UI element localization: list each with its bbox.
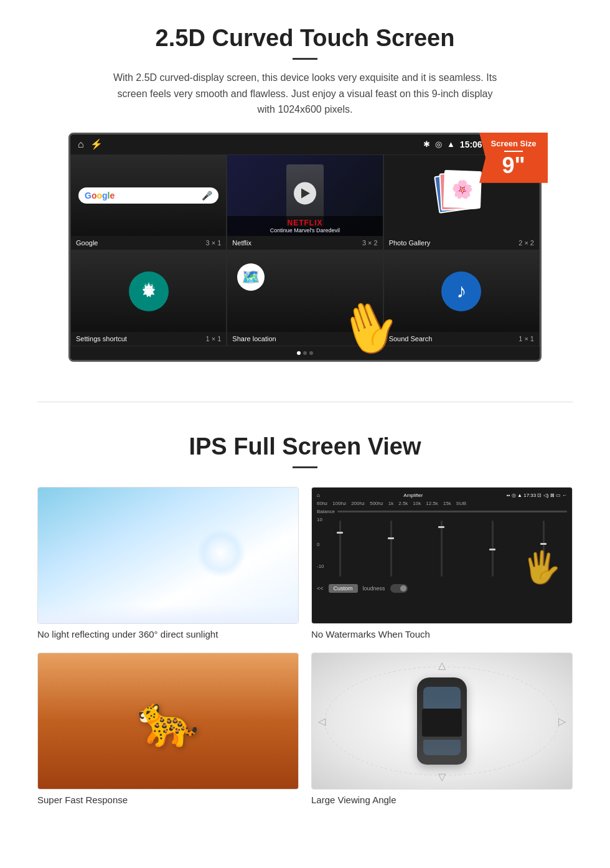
viewing-label: Large Viewing Angle — [311, 795, 396, 805]
settings-thumbnail — [71, 251, 226, 332]
section2-title: IPS Full Screen View — [37, 433, 573, 460]
share-location-app-cell[interactable]: 🗺️ ✋ Share location 1 × 1 — [227, 250, 383, 346]
ips-screen-section: IPS Full Screen View No light reflecting… — [0, 421, 610, 824]
cheetah-bg: 🐆 — [38, 653, 298, 789]
car-image: ◁ ▷ △ ▽ — [311, 653, 573, 790]
amp-slider-1 — [317, 521, 364, 577]
photo-label-bar: Photo Gallery 2 × 2 — [384, 236, 539, 250]
cheetah-image: 🐆 — [37, 653, 299, 790]
sunlight-label: No light reflecting under 360° direct su… — [37, 629, 218, 639]
flower-icon: 🌸 — [451, 179, 474, 200]
amp-time: ▪▪ ◎ ▲ 17:33 ⊡ ◁) ⊠ ▭ ← — [507, 493, 567, 498]
dot-3 — [309, 351, 313, 355]
sky-background — [38, 488, 298, 623]
loudness-toggle[interactable] — [390, 584, 408, 593]
amp-title: Amplifier — [403, 493, 423, 498]
angle-arcs — [312, 653, 572, 789]
sound-search-app-cell[interactable]: ♪ Sound Search 1 × 1 — [383, 250, 540, 346]
status-left-icons: ⌂ ⚡ — [78, 138, 103, 150]
amp-sliders: 10 0 -10 — [317, 517, 567, 579]
netflix-overlay: NETFLIX Continue Marvel's Daredevil — [227, 216, 382, 236]
status-bar: ⌂ ⚡ ✱ ◎ ▲ 15:06 ⊡ ◁) ⊠ ▭ — [70, 134, 540, 154]
amp-home-icon: ⌂ — [317, 493, 320, 498]
features-grid: No light reflecting under 360° direct su… — [37, 487, 573, 806]
watermark-feature: ⌂ Amplifier ▪▪ ◎ ▲ 17:33 ⊡ ◁) ⊠ ▭ ← 60hz… — [311, 487, 573, 640]
cheetah-silhouette: 🐆 — [137, 692, 199, 750]
amp-bottom-bar: << Custom loudness — [317, 584, 567, 593]
sun-glow — [196, 528, 246, 578]
watermark-label: No Watermarks When Touch — [311, 629, 430, 639]
response-feature: 🐆 Super Fast Response — [37, 653, 299, 806]
settings-icon-circle — [129, 271, 169, 311]
photo-app-name: Photo Gallery — [389, 239, 431, 247]
dot-1 — [297, 351, 301, 355]
badge-size: 9" — [484, 154, 543, 177]
photo-app-size: 2 × 2 — [518, 239, 534, 247]
app-grid-bottom: Settings shortcut 1 × 1 🗺️ ✋ Share loc — [70, 250, 540, 346]
svg-point-1 — [325, 667, 559, 775]
dot-2 — [303, 351, 307, 355]
badge-label: Screen Size — [484, 139, 543, 148]
car-view: ◁ ▷ △ ▽ — [312, 653, 572, 789]
settings-app-cell[interactable]: Settings shortcut 1 × 1 — [70, 250, 227, 346]
sound-app-size: 1 × 1 — [518, 335, 534, 342]
maps-icon: 🗺️ — [237, 263, 265, 291]
netflix-app-name: Netflix — [232, 239, 251, 247]
curved-screen-section: 2.5D Curved Touch Screen With 2.5D curve… — [0, 0, 610, 383]
usb-icon: ⚡ — [90, 138, 103, 150]
home-icon[interactable]: ⌂ — [78, 139, 84, 150]
netflix-app-cell[interactable]: NETFLIX Continue Marvel's Daredevil Netf… — [227, 154, 383, 250]
app-grid-top: Google 🎤 Google 3 × 1 — [70, 154, 540, 250]
amp-balance: Balance — [317, 509, 567, 514]
viewing-feature: ◁ ▷ △ ▽ Large Viewing Angle — [311, 653, 573, 806]
google-app-size: 3 × 1 — [206, 239, 222, 247]
share-thumbnail: 🗺️ ✋ — [227, 251, 382, 332]
amp-slider-2 — [368, 521, 415, 577]
settings-app-name: Settings shortcut — [76, 335, 127, 342]
amp-screen: ⌂ Amplifier ▪▪ ◎ ▲ 17:33 ⊡ ◁) ⊠ ▭ ← 60hz… — [312, 488, 572, 623]
response-label: Super Fast Response — [37, 795, 128, 805]
netflix-app-size: 3 × 2 — [362, 239, 378, 247]
amp-top-bar: ⌂ Amplifier ▪▪ ◎ ▲ 17:33 ⊡ ◁) ⊠ ▭ ← — [317, 493, 567, 498]
photo-stack: 🌸 — [436, 171, 486, 220]
play-button[interactable] — [294, 182, 316, 204]
google-thumbnail: Google 🎤 — [71, 155, 226, 236]
section2-divider — [293, 466, 317, 468]
section-divider — [37, 402, 573, 402]
amp-slider-4 — [469, 521, 517, 577]
music-icon-circle: ♪ — [441, 271, 481, 311]
custom-button[interactable]: Custom — [329, 584, 358, 593]
device-mockup: Screen Size 9" ⌂ ⚡ ✱ ◎ ▲ 15:06 ⊡ ◁) ⊠ — [68, 133, 542, 362]
netflix-label-bar: Netflix 3 × 2 — [227, 236, 382, 250]
sound-thumbnail: ♪ — [384, 251, 539, 332]
screen-size-badge: Screen Size 9" — [479, 133, 548, 183]
settings-label-bar: Settings shortcut 1 × 1 — [71, 332, 226, 346]
amp-hand-icon: 🖐️ — [522, 549, 561, 585]
section1-description: With 2.5D curved-display screen, this de… — [112, 70, 498, 118]
section1-title: 2.5D Curved Touch Screen — [37, 25, 573, 52]
netflix-logo: NETFLIX — [231, 219, 378, 227]
google-logo: Google — [85, 191, 115, 200]
amp-freq-labels: 60hz100hz200hz500hz1k2.5k10k12.5k15kSUB — [317, 501, 567, 506]
badge-divider — [504, 151, 523, 152]
mic-icon: 🎤 — [202, 191, 212, 200]
status-time: 15:06 — [460, 139, 482, 149]
section1-divider — [293, 58, 317, 60]
settings-app-size: 1 × 1 — [206, 335, 222, 342]
photo-card-3: 🌸 — [443, 170, 482, 209]
amp-slider-3 — [418, 521, 466, 577]
google-search-bar[interactable]: Google 🎤 — [78, 187, 218, 204]
share-app-name: Share location — [232, 335, 276, 342]
google-label-bar: Google 3 × 1 — [71, 236, 226, 250]
pagination-dots — [70, 346, 540, 360]
gear-icon — [138, 280, 160, 303]
bluetooth-icon: ✱ — [423, 139, 430, 149]
netflix-subtitle: Continue Marvel's Daredevil — [231, 227, 378, 234]
google-app-name: Google — [76, 239, 98, 247]
netflix-thumbnail: NETFLIX Continue Marvel's Daredevil — [227, 155, 382, 236]
wifi-icon: ▲ — [447, 139, 455, 149]
location-icon: ◎ — [435, 139, 442, 149]
google-app-cell[interactable]: Google 🎤 Google 3 × 1 — [70, 154, 227, 250]
sunlight-feature: No light reflecting under 360° direct su… — [37, 487, 299, 640]
play-triangle-icon — [301, 188, 310, 198]
